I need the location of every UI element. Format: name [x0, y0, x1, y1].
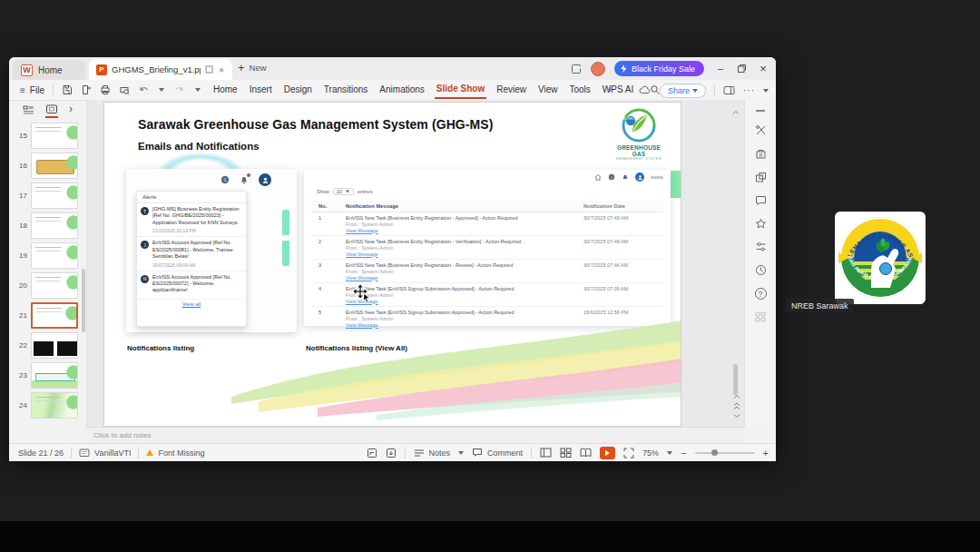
zoom-in-button[interactable]: + [763, 448, 769, 458]
zoom-out-button[interactable]: − [681, 448, 686, 458]
panel-scrollbar[interactable] [82, 269, 85, 332]
save-icon[interactable] [62, 84, 73, 95]
slide-view-icon[interactable] [45, 104, 58, 118]
cloud-sync-icon[interactable] [639, 85, 652, 95]
tab-list-icon[interactable] [571, 64, 582, 74]
prev-slide-arrow[interactable] [733, 394, 740, 399]
normal-view-icon[interactable] [540, 448, 552, 458]
slide-canvas[interactable]: Sarawak Greenhouse Gas Management System… [103, 102, 681, 427]
shapes-icon[interactable] [755, 172, 767, 183]
print-preview-icon[interactable] [119, 84, 130, 95]
slide-thumbnail-item[interactable]: 17 [9, 182, 86, 209]
view-message-link[interactable]: View Message [346, 251, 578, 257]
menu-item[interactable]: Transitions [322, 82, 370, 98]
slide-thumbnail-item[interactable]: 23 [9, 362, 86, 389]
theme-name[interactable]: VanillaVTI [94, 448, 131, 458]
collapse-ribbon-caret[interactable] [763, 89, 769, 93]
slide-thumbnail-item[interactable]: 20 [9, 272, 86, 299]
print-icon[interactable] [100, 84, 111, 95]
reading-view-icon[interactable] [580, 448, 592, 458]
menu-item[interactable]: Slide Show [435, 81, 486, 99]
menu-item[interactable]: Home [211, 82, 240, 98]
slide-size-icon[interactable] [367, 448, 377, 458]
menu-item[interactable]: Review [495, 82, 528, 98]
slideshow-play-button[interactable] [600, 447, 615, 459]
help-icon[interactable]: ? [755, 288, 767, 300]
slide-thumbnail[interactable] [31, 332, 78, 359]
view-message-link[interactable]: View Message [346, 228, 578, 233]
slide-thumbnail[interactable] [31, 123, 78, 149]
zoom-value[interactable]: 75% [642, 448, 659, 458]
slide-thumbnail-item[interactable]: 21 [9, 302, 86, 329]
notes-toggle-label[interactable]: Notes [429, 448, 451, 458]
zoom-slider-handle[interactable] [711, 449, 718, 456]
editor-scrollbar[interactable] [731, 103, 740, 424]
view-message-link[interactable]: View Message [346, 299, 578, 304]
menu-item[interactable]: Insert [248, 82, 274, 98]
slide-thumbnail[interactable] [31, 182, 78, 209]
menu-item[interactable]: Design [282, 82, 314, 98]
slide-thumbnail-item[interactable]: 22 [9, 332, 86, 359]
notes-placeholder[interactable]: Click to add notes [93, 431, 152, 439]
comment-toggle-icon[interactable] [472, 448, 483, 458]
settings-sliders-icon[interactable] [755, 242, 767, 252]
tab-window-icon[interactable] [205, 65, 213, 74]
document-tab[interactable]: P GHGMS_Briefing_v1.pptx ∗ [89, 59, 232, 80]
slide-thumbnail-item[interactable]: 24 [9, 392, 86, 419]
hamburger-icon[interactable]: ≡ [20, 85, 25, 95]
undo-icon[interactable] [138, 84, 151, 95]
slide-thumbnail[interactable] [31, 272, 78, 299]
more-options-icon[interactable]: ··· [743, 85, 755, 95]
notes-caret[interactable] [458, 451, 464, 455]
slide-thumbnail-item[interactable]: 15 [9, 123, 86, 149]
expand-panel-chevron[interactable]: › [69, 105, 73, 116]
zoom-slider[interactable] [695, 452, 755, 454]
view-message-link[interactable]: View Message [346, 275, 578, 281]
redo-icon[interactable] [172, 84, 185, 95]
slide-thumbnail-item[interactable]: 19 [9, 242, 86, 269]
slide-thumbnail[interactable] [31, 302, 78, 329]
zoom-caret[interactable] [667, 451, 672, 455]
undo-dropdown-caret[interactable] [159, 88, 164, 92]
restore-button[interactable] [737, 64, 747, 74]
toggle-panel-icon[interactable] [723, 85, 735, 95]
slide-thumbnail[interactable] [31, 212, 78, 239]
qat-more-caret[interactable] [195, 88, 201, 92]
new-tab-button[interactable]: + New [238, 61, 267, 74]
resume-assistant-icon[interactable]: R [755, 148, 767, 160]
slide-thumbnail[interactable] [31, 242, 78, 269]
more-apps-grid-icon[interactable] [755, 311, 766, 322]
slide-thumbnail[interactable] [31, 153, 78, 179]
slide-thumbnail-item[interactable]: 16 [9, 153, 86, 179]
quick-tools-icon[interactable] [755, 124, 767, 136]
fit-slide-icon[interactable] [623, 448, 634, 458]
scroll-up-arrow[interactable] [732, 110, 740, 115]
comment-bubble-icon[interactable] [755, 195, 767, 206]
minimize-button[interactable]: – [713, 64, 728, 74]
slide-sorter-view-icon[interactable] [560, 448, 572, 458]
outline-view-icon[interactable] [23, 105, 34, 117]
font-missing-label[interactable]: Font Missing [158, 448, 204, 458]
file-menu[interactable]: File [30, 85, 44, 95]
view-all-link[interactable]: View all [137, 300, 246, 307]
scrollbar-thumb[interactable] [733, 364, 738, 395]
star-favorites-icon[interactable] [755, 218, 767, 230]
slide-thumbnail-item[interactable]: 18 [9, 212, 86, 239]
alert-item[interactable]: J EnVISS Account Approved [Ref No. ES/20… [137, 237, 246, 271]
menu-item[interactable]: View [536, 82, 560, 98]
home-tab[interactable]: W Home [13, 60, 85, 80]
entries-select[interactable]: 10 [333, 188, 354, 195]
next-slide-arrow[interactable] [733, 413, 740, 419]
menu-item[interactable]: Animations [377, 82, 426, 98]
participant-video-tile[interactable]: LEMBAGA SUMBER ASLI DAN ALAM SEKITAR SAR… [835, 212, 926, 304]
handout-icon[interactable] [386, 448, 397, 458]
collapse-sidebar-icon[interactable] [755, 109, 766, 113]
notes-bar[interactable]: Click to add notes [86, 427, 744, 443]
black-friday-sale-button[interactable]: Black Friday Sale [614, 61, 704, 76]
share-button[interactable]: Share [660, 84, 706, 98]
close-button[interactable]: × [756, 63, 770, 74]
account-avatar[interactable] [591, 62, 605, 76]
alert-item[interactable]: N EnVISS Account Approved [Ref No. ES/20… [137, 271, 246, 300]
export-pdf-icon[interactable] [81, 84, 92, 95]
history-clock-icon[interactable] [755, 264, 767, 276]
